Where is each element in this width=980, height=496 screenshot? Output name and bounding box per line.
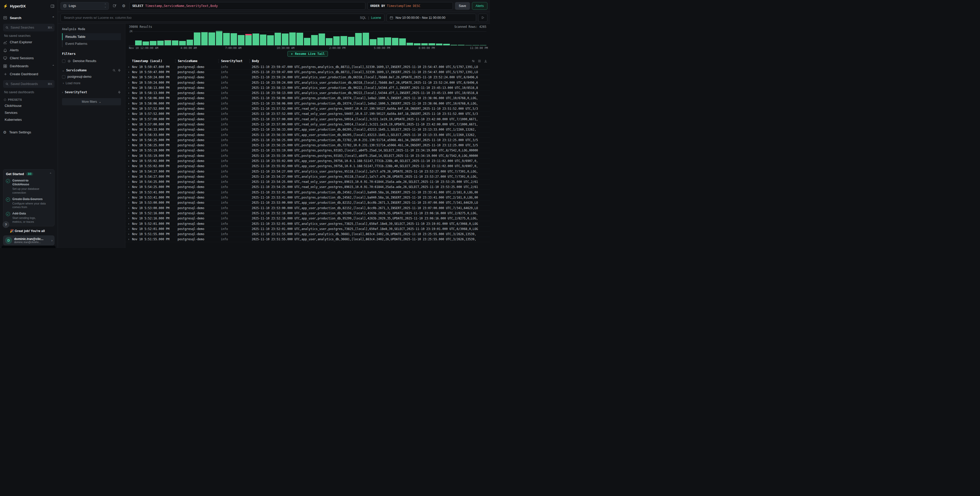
col-header-body[interactable]: Body — [250, 59, 467, 63]
histogram-bar[interactable] — [164, 30, 171, 45]
more-filters-button[interactable]: More filters ⌄ — [62, 98, 121, 105]
table-row[interactable]: › Nov 10 5:59:24.000 PM postgresql-demo … — [125, 75, 490, 80]
analysis-mode-item[interactable]: Results Table — [62, 33, 121, 40]
sidebar-item-client-sessions[interactable]: Client Sessions — [3, 54, 54, 62]
table-row[interactable]: › Nov 10 5:57:52.000 PM postgresql-demo … — [125, 112, 490, 116]
row-expand-icon[interactable]: › — [125, 164, 132, 168]
table-row[interactable]: › Nov 10 5:53:00.000 PM postgresql-demo … — [125, 206, 490, 211]
histogram-bar[interactable] — [473, 30, 479, 45]
mode-lucene-toggle[interactable]: Lucene — [371, 16, 381, 19]
histogram-bar[interactable] — [480, 30, 487, 45]
histogram-bar[interactable] — [157, 30, 164, 45]
histogram-bar[interactable] — [311, 30, 318, 45]
histogram-bar[interactable] — [194, 30, 200, 45]
row-expand-icon[interactable]: › — [125, 133, 132, 137]
table-row[interactable]: › Nov 10 5:51:55.000 PM postgresql-demo … — [125, 237, 490, 242]
collapse-sidebar-icon[interactable] — [51, 4, 54, 8]
row-expand-icon[interactable]: › — [125, 154, 132, 158]
histogram-bar[interactable] — [296, 30, 303, 45]
table-row[interactable]: › Nov 10 5:55:02.000 PM postgresql-demo … — [125, 164, 490, 169]
histogram-bar[interactable] — [135, 30, 142, 45]
row-density-icon[interactable] — [478, 59, 481, 63]
row-expand-icon[interactable]: › — [125, 112, 132, 116]
histogram-bar[interactable] — [318, 30, 325, 45]
histogram-bar[interactable] — [465, 30, 472, 45]
table-row[interactable]: › Nov 10 5:54:27.000 PM postgresql-demo … — [125, 169, 490, 174]
row-expand-icon[interactable]: › — [125, 128, 132, 131]
histogram-bar[interactable] — [399, 30, 406, 45]
histogram-bar[interactable] — [275, 30, 281, 45]
table-row[interactable]: › Nov 10 5:53:00.000 PM postgresql-demo … — [125, 200, 490, 206]
histogram-bar[interactable] — [267, 30, 274, 45]
mode-sql-toggle[interactable]: SQL — [360, 16, 366, 19]
load-more-button[interactable]: › Load more — [62, 80, 121, 86]
live-tail-button[interactable] — [478, 14, 487, 22]
source-settings-button[interactable]: ⚙ — [120, 2, 127, 10]
histogram-bar[interactable] — [282, 30, 288, 45]
table-row[interactable]: › Nov 10 5:52:16.000 PM postgresql-demo … — [125, 216, 490, 221]
search-input[interactable]: Search your events w/ Lucene ex. column:… — [60, 14, 385, 22]
histogram-bar[interactable] — [355, 30, 362, 45]
histogram-bar[interactable] — [260, 30, 267, 45]
help-button[interactable]: ? — [3, 221, 9, 228]
table-row[interactable]: › Nov 10 5:57:52.000 PM postgresql-demo … — [125, 106, 490, 111]
col-header-severitytext[interactable]: SeverityText — [218, 59, 250, 63]
histogram-bar[interactable] — [392, 30, 399, 45]
histogram-bar[interactable] — [458, 30, 465, 45]
histogram-bar[interactable] — [326, 30, 332, 45]
table-row[interactable]: › Nov 10 5:52:16.000 PM postgresql-demo … — [125, 211, 490, 216]
sidebar-item-chart-explorer[interactable]: Chart Explorer — [3, 38, 54, 46]
select-clause-input[interactable]: SELECT Timestamp,ServiceName,SeverityTex… — [129, 2, 366, 10]
pin-icon[interactable] — [118, 91, 121, 94]
chevron-up-icon[interactable]: ⌃ — [49, 172, 52, 175]
filter-group-servicename[interactable]: ⌄ ServiceName — [62, 69, 121, 72]
table-row[interactable]: › Nov 10 5:59:24.000 PM postgresql-demo … — [125, 80, 490, 85]
histogram-bar[interactable] — [304, 30, 310, 45]
histogram-bar[interactable] — [414, 30, 420, 45]
row-expand-icon[interactable]: › — [125, 175, 132, 179]
histogram-bar[interactable] — [172, 30, 178, 45]
checkbox[interactable] — [62, 75, 65, 78]
sidebar-item-team-settings[interactable]: ⚙ Team Settings — [3, 128, 54, 136]
histogram-bar[interactable] — [150, 30, 156, 45]
row-expand-icon[interactable]: › — [125, 206, 132, 210]
row-expand-icon[interactable]: › — [125, 201, 132, 204]
histogram-bar[interactable] — [179, 30, 186, 45]
row-expand-icon[interactable]: › — [125, 102, 132, 105]
sidebar-item-dashboards[interactable]: Dashboards ⌃ — [3, 62, 54, 70]
row-expand-icon[interactable]: › — [125, 96, 132, 100]
histogram-bar[interactable] — [443, 30, 450, 45]
row-expand-icon[interactable]: › — [125, 148, 132, 152]
row-expand-icon[interactable]: › — [125, 227, 132, 231]
histogram-bar[interactable] — [245, 30, 252, 45]
row-expand-icon[interactable]: › — [125, 107, 132, 110]
row-expand-icon[interactable]: › — [125, 70, 132, 74]
col-header-servicename[interactable]: ServiceName — [175, 59, 218, 63]
row-expand-icon[interactable]: › — [125, 217, 132, 220]
order-by-input[interactable]: ORDER BY TimestampTime DESC — [368, 2, 453, 10]
table-row[interactable]: › Nov 10 5:56:25.000 PM postgresql-demo … — [125, 143, 490, 148]
table-row[interactable]: › Nov 10 5:59:47.000 PM postgresql-demo … — [125, 64, 490, 70]
histogram-bar[interactable] — [370, 30, 377, 45]
histogram-bar[interactable] — [289, 30, 296, 45]
row-expand-icon[interactable]: › — [125, 75, 132, 79]
table-row[interactable]: › Nov 10 5:53:41.000 PM postgresql-demo … — [125, 195, 490, 200]
histogram-bar[interactable] — [450, 30, 457, 45]
alerts-button[interactable]: Alerts — [472, 2, 487, 10]
preset-item[interactable]: ClickHouse — [3, 102, 54, 109]
search-icon[interactable] — [113, 69, 116, 72]
histogram-bar[interactable] — [238, 30, 245, 45]
table-row[interactable]: › Nov 10 5:56:33.000 PM postgresql-demo … — [125, 132, 490, 137]
row-expand-icon[interactable]: › — [125, 191, 132, 194]
histogram-bar[interactable] — [385, 30, 391, 45]
table-row[interactable]: › Nov 10 5:58:06.000 PM postgresql-demo … — [125, 101, 490, 106]
edit-source-button[interactable] — [111, 2, 118, 10]
row-expand-icon[interactable]: › — [125, 159, 132, 163]
filter-group-severitytext[interactable]: › SeverityText — [62, 90, 121, 94]
create-dashboard-button[interactable]: Create Dashboard — [3, 70, 54, 78]
table-row[interactable]: › Nov 10 5:57:00.000 PM postgresql-demo … — [125, 122, 490, 127]
date-range-picker[interactable]: Nov 10 00:00:00 - Nov 11 00:00:00 — [387, 14, 476, 22]
row-expand-icon[interactable]: › — [125, 170, 132, 173]
table-row[interactable]: › Nov 10 5:56:33.000 PM postgresql-demo … — [125, 127, 490, 132]
histogram-bar[interactable] — [377, 30, 384, 45]
